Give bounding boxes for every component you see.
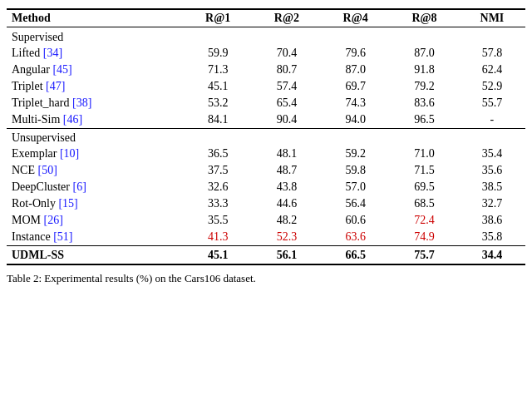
section-label-1: Unsupervised [7, 129, 525, 146]
cell-nmi: 38.6 [459, 212, 525, 229]
cell-method: MOM [26] [7, 212, 184, 229]
cell-r4: 60.6 [321, 212, 390, 229]
cell-r1: 59.9 [184, 45, 253, 62]
cell-r1: 33.3 [184, 195, 253, 212]
cell-r8: 79.2 [390, 78, 459, 95]
table-row: NCE [50]37.548.759.871.535.6 [7, 162, 525, 179]
cell-final-1: 56.1 [253, 247, 322, 264]
table-header: Method R@1 R@2 R@4 R@8 NMI [7, 9, 525, 27]
table-row: DeepCluster [6]32.643.857.069.538.5 [7, 179, 525, 195]
table-row: Instance [51]41.352.363.674.935.8 [7, 229, 525, 246]
cell-final-4: 34.4 [459, 247, 525, 264]
cell-r8: 74.9 [390, 229, 459, 246]
table-caption: Table 2: Experimental results (%) on the… [7, 272, 525, 285]
cell-r1: 53.2 [184, 95, 253, 111]
table-row: Multi-Sim [46]84.190.494.096.5- [7, 111, 525, 129]
col-r1: R@1 [184, 9, 253, 27]
cell-r8: 71.0 [390, 146, 459, 162]
cell-method: Multi-Sim [46] [7, 111, 184, 129]
cell-r2: 70.4 [253, 45, 322, 62]
cell-method: DeepCluster [6] [7, 179, 184, 195]
cell-final-0: 45.1 [184, 247, 253, 264]
cell-r2: 90.4 [253, 111, 322, 129]
cell-r2: 65.4 [253, 95, 322, 111]
cell-nmi: 35.8 [459, 229, 525, 246]
cell-r8: 96.5 [390, 111, 459, 129]
cell-method: Lifted [34] [7, 45, 184, 62]
cell-r8: 87.0 [390, 45, 459, 62]
cell-r4: 79.6 [321, 45, 390, 62]
cell-r1: 32.6 [184, 179, 253, 195]
cell-method: Rot-Only [15] [7, 195, 184, 212]
cell-final-3: 75.7 [390, 247, 459, 264]
cell-r2: 44.6 [253, 195, 322, 212]
cell-nmi: 32.7 [459, 195, 525, 212]
cell-r2: 43.8 [253, 179, 322, 195]
cell-nmi: 35.4 [459, 146, 525, 162]
cell-r4: 63.6 [321, 229, 390, 246]
cell-r4: 59.8 [321, 162, 390, 179]
cell-r2: 57.4 [253, 78, 322, 95]
cell-r8: 69.5 [390, 179, 459, 195]
cell-r8: 71.5 [390, 162, 459, 179]
cell-r1: 41.3 [184, 229, 253, 246]
table-row: Lifted [34]59.970.479.687.057.8 [7, 45, 525, 62]
col-r8: R@8 [390, 9, 459, 27]
col-nmi: NMI [459, 9, 525, 27]
cell-method: Triplet [47] [7, 78, 184, 95]
cell-r1: 36.5 [184, 146, 253, 162]
table-row: Angular [45]71.380.787.091.862.4 [7, 62, 525, 78]
cell-r8: 91.8 [390, 62, 459, 78]
cell-r4: 87.0 [321, 62, 390, 78]
cell-r4: 74.3 [321, 95, 390, 111]
col-method: Method [7, 9, 184, 27]
cell-nmi: 38.5 [459, 179, 525, 195]
results-table: Method R@1 R@2 R@4 R@8 NMI SupervisedLif… [7, 8, 525, 265]
col-r2: R@2 [253, 9, 322, 27]
cell-nmi: 62.4 [459, 62, 525, 78]
cell-method: Instance [51] [7, 229, 184, 246]
cell-nmi: 35.6 [459, 162, 525, 179]
cell-r2: 80.7 [253, 62, 322, 78]
cell-r4: 94.0 [321, 111, 390, 129]
cell-r1: 37.5 [184, 162, 253, 179]
cell-final-2: 66.5 [321, 247, 390, 264]
cell-r1: 45.1 [184, 78, 253, 95]
table-row: MOM [26]35.548.260.672.438.6 [7, 212, 525, 229]
cell-r1: 84.1 [184, 111, 253, 129]
cell-r4: 59.2 [321, 146, 390, 162]
cell-r8: 72.4 [390, 212, 459, 229]
cell-nmi: 57.8 [459, 45, 525, 62]
cell-nmi: - [459, 111, 525, 129]
cell-method: NCE [50] [7, 162, 184, 179]
cell-r8: 83.6 [390, 95, 459, 111]
table-row: Rot-Only [15]33.344.656.468.532.7 [7, 195, 525, 212]
cell-r2: 52.3 [253, 229, 322, 246]
cell-method: Triplet_hard [38] [7, 95, 184, 111]
col-r4: R@4 [321, 9, 390, 27]
cell-method: Exemplar [10] [7, 146, 184, 162]
cell-method: Angular [45] [7, 62, 184, 78]
cell-r4: 56.4 [321, 195, 390, 212]
cell-r2: 48.7 [253, 162, 322, 179]
cell-nmi: 55.7 [459, 95, 525, 111]
cell-r8: 68.5 [390, 195, 459, 212]
cell-r1: 35.5 [184, 212, 253, 229]
table-row: Exemplar [10]36.548.159.271.035.4 [7, 146, 525, 162]
cell-r1: 71.3 [184, 62, 253, 78]
table-row: Triplet_hard [38]53.265.474.383.655.7 [7, 95, 525, 111]
cell-nmi: 52.9 [459, 78, 525, 95]
cell-method-final: UDML-SS [7, 247, 184, 264]
cell-r4: 69.7 [321, 78, 390, 95]
table-row: Triplet [47]45.157.469.779.252.9 [7, 78, 525, 95]
final-row: UDML-SS45.156.166.575.734.4 [7, 247, 525, 264]
section-label-0: Supervised [7, 28, 525, 45]
cell-r2: 48.1 [253, 146, 322, 162]
cell-r4: 57.0 [321, 179, 390, 195]
cell-r2: 48.2 [253, 212, 322, 229]
